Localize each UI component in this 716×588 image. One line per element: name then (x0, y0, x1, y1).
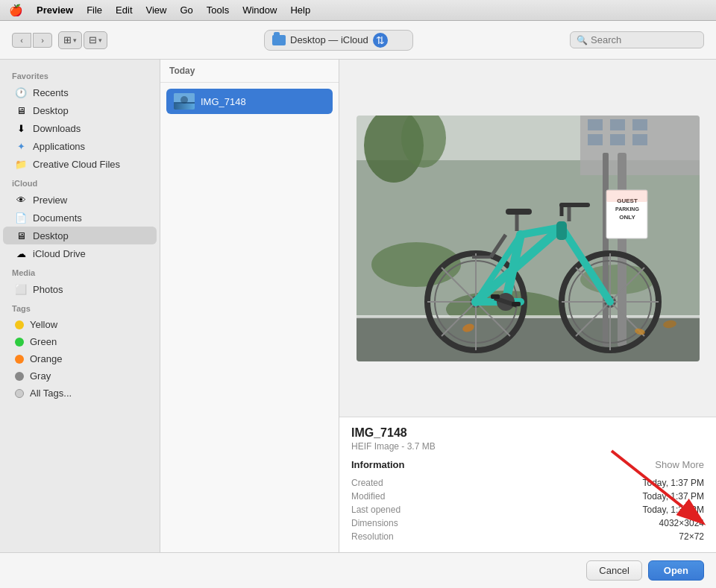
main-content: Favorites 🕐 Recents 🖥 Desktop ⬇ Download… (0, 60, 716, 552)
sidebar-item-all-tags[interactable]: All Tags... (3, 385, 157, 402)
sidebar-item-icloud-drive[interactable]: ☁ iCloud Drive (3, 244, 157, 262)
file-browser-header: Today (160, 60, 339, 83)
preview-icon: 👁 (15, 194, 27, 206)
columns-icon: ⊞ (63, 34, 72, 45)
creative-cloud-icon: 📁 (15, 158, 27, 170)
sidebar-item-label-creative-cloud: Creative Cloud Files (33, 159, 120, 170)
svg-rect-16 (632, 134, 647, 145)
favorites-section-label: Favorites (0, 66, 160, 83)
table-row-resolution: Resolution 72×72 (351, 530, 704, 543)
sidebar-item-label-yellow: Yellow (30, 319, 57, 330)
location-arrow-button[interactable]: ⇅ (373, 33, 388, 48)
nav-back-button[interactable]: ‹ (12, 33, 31, 48)
grid-view-button[interactable]: ⊟ ▾ (84, 31, 107, 49)
tags-section-label: Tags (0, 298, 160, 316)
created-label: Created (351, 476, 426, 490)
svg-rect-8 (357, 317, 700, 361)
sidebar-item-label-icloud-drive: iCloud Drive (33, 248, 86, 259)
svg-rect-57 (512, 302, 521, 306)
sidebar-item-tag-yellow[interactable]: Yellow (3, 316, 157, 333)
search-input[interactable] (591, 34, 688, 45)
sidebar-item-photos[interactable]: ⬜ Photos (3, 280, 157, 298)
sidebar-item-label-desktop: Desktop (33, 105, 69, 116)
svg-rect-11 (588, 119, 603, 130)
sidebar-item-label-preview: Preview (33, 195, 67, 206)
svg-text:PARKING: PARKING (615, 206, 639, 212)
all-tags-dot (15, 389, 24, 398)
sidebar-item-recents[interactable]: 🕐 Recents (3, 83, 157, 101)
sidebar-item-label-downloads: Downloads (33, 123, 81, 134)
menu-file[interactable]: File (87, 4, 102, 16)
icloud-section-label: iCloud (0, 173, 160, 191)
desktop-fav-icon: 🖥 (15, 104, 27, 116)
open-button[interactable]: Open (648, 560, 704, 581)
apple-menu[interactable]: 🍎 (9, 4, 23, 17)
resolution-label: Resolution (351, 530, 426, 543)
info-section-title: Information (351, 459, 405, 470)
svg-rect-46 (556, 221, 567, 240)
sidebar-item-label-recents: Recents (33, 87, 69, 98)
last-opened-value: Today, 1:37 PM (426, 503, 704, 516)
columns-view-button[interactable]: ⊞ ▾ (58, 31, 82, 49)
preview-filename: IMG_7148 (351, 426, 704, 440)
grid-icon: ⊟ (89, 34, 97, 45)
sidebar-item-downloads[interactable]: ⬇ Downloads (3, 119, 157, 137)
location-pill[interactable]: Desktop — iCloud ⇅ (264, 30, 413, 51)
search-box[interactable]: 🔍 (570, 31, 704, 48)
show-more-button[interactable]: Show More (655, 459, 704, 470)
sidebar-item-label-applications: Applications (33, 141, 85, 152)
sidebar-item-tag-orange[interactable]: Orange (3, 350, 157, 367)
photos-icon: ⬜ (15, 283, 27, 295)
sidebar-item-applications[interactable]: ✦ Applications (3, 137, 157, 155)
svg-text:ONLY: ONLY (619, 214, 635, 221)
dimensions-label: Dimensions (351, 516, 426, 530)
svg-point-2 (180, 96, 188, 104)
info-section-header: Information Show More (351, 459, 704, 470)
modified-value: Today, 1:37 PM (426, 490, 704, 503)
menu-view[interactable]: View (146, 4, 167, 16)
search-icon: 🔍 (577, 35, 588, 45)
info-table: Created Today, 1:37 PM Modified Today, 1… (351, 476, 704, 543)
svg-rect-56 (491, 294, 500, 299)
preview-subtitle: HEIF Image - 3.7 MB (351, 441, 704, 452)
svg-rect-12 (610, 119, 625, 130)
sidebar: Favorites 🕐 Recents 🖥 Desktop ⬇ Download… (0, 60, 160, 552)
svg-rect-13 (632, 119, 647, 130)
sidebar-item-desktop-icloud[interactable]: 🖥 Desktop (3, 227, 157, 244)
sidebar-item-documents[interactable]: 📄 Documents (3, 209, 157, 227)
file-item-img7148[interactable]: IMG_7148 (166, 89, 333, 114)
bike-image: GUEST PARKING ONLY (357, 116, 700, 361)
table-row-modified: Modified Today, 1:37 PM (351, 490, 704, 503)
main-window: ‹ › ⊞ ▾ ⊟ ▾ Desktop — iCloud ⇅ 🔍 (0, 21, 716, 588)
applications-icon: ✦ (15, 140, 27, 152)
file-item-name: IMG_7148 (201, 96, 246, 107)
menu-window[interactable]: Window (242, 4, 277, 16)
sidebar-item-label-desktop-icloud: Desktop (33, 230, 69, 241)
sidebar-item-desktop[interactable]: 🖥 Desktop (3, 101, 157, 119)
menu-go[interactable]: Go (180, 4, 192, 16)
menubar: 🍎 Preview File Edit View Go Tools Window… (0, 0, 716, 21)
nav-forward-button[interactable]: › (33, 33, 52, 48)
icloud-drive-icon: ☁ (15, 247, 27, 259)
location-bar: Desktop — iCloud ⇅ (113, 30, 564, 51)
sidebar-item-label-all-tags: All Tags... (30, 388, 72, 399)
sidebar-item-label-green: Green (30, 336, 57, 347)
sidebar-item-creative-cloud[interactable]: 📁 Creative Cloud Files (3, 155, 157, 173)
sidebar-item-preview[interactable]: 👁 Preview (3, 191, 157, 209)
file-list: IMG_7148 (160, 83, 339, 552)
folder-icon (272, 35, 286, 45)
cancel-button[interactable]: Cancel (586, 560, 641, 581)
menu-tools[interactable]: Tools (207, 4, 229, 16)
file-browser: Today IMG_7148 (160, 60, 339, 552)
green-tag-dot (15, 338, 24, 347)
toolbar: ‹ › ⊞ ▾ ⊟ ▾ Desktop — iCloud ⇅ 🔍 (0, 21, 716, 60)
sidebar-item-tag-green[interactable]: Green (3, 333, 157, 350)
app-name[interactable]: Preview (37, 4, 73, 16)
sidebar-item-tag-gray[interactable]: Gray (3, 367, 157, 385)
menu-help[interactable]: Help (290, 4, 310, 16)
svg-rect-1 (174, 102, 195, 110)
sidebar-item-label-documents: Documents (33, 212, 82, 224)
table-row-created: Created Today, 1:37 PM (351, 476, 704, 490)
preview-image-container: GUEST PARKING ONLY (339, 60, 716, 417)
menu-edit[interactable]: Edit (116, 4, 132, 16)
